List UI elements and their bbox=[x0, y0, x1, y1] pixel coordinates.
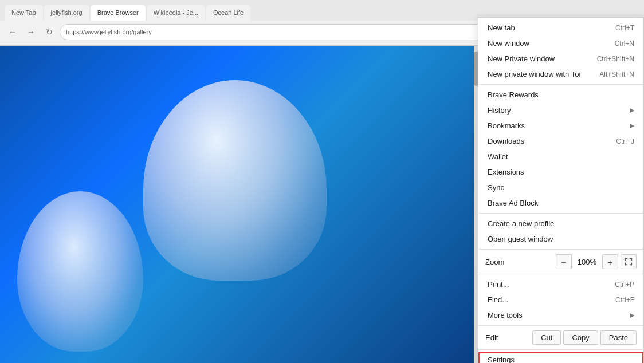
menu-label-extensions: Extensions bbox=[488, 168, 524, 176]
menu-shortcut-new-tab: Ctrl+T bbox=[615, 24, 634, 32]
separator-4 bbox=[478, 274, 643, 274]
menu-label-downloads: Downloads bbox=[488, 137, 524, 145]
zoom-value: 100% bbox=[572, 258, 602, 266]
menu-label-print: Print... bbox=[488, 280, 509, 289]
menu-label-settings: Settings bbox=[488, 356, 515, 363]
address-text: https://www.jellyfish.org/gallery bbox=[66, 29, 152, 35]
jellyfish-background bbox=[0, 46, 478, 363]
menu-shortcut-new-tor: Alt+Shift+N bbox=[599, 70, 634, 78]
menu-item-wallet[interactable]: Wallet bbox=[478, 149, 643, 164]
context-menu: New tab Ctrl+T New window Ctrl+N New Pri… bbox=[478, 17, 644, 363]
menu-item-more-tools[interactable]: More tools ▶ bbox=[478, 307, 643, 323]
tab-2[interactable]: jellyfish.org bbox=[44, 5, 89, 21]
menu-label-new-tor: New private window with Tor bbox=[488, 70, 582, 78]
menu-item-new-tab[interactable]: New tab Ctrl+T bbox=[478, 20, 643, 35]
menu-item-print[interactable]: Print... Ctrl+P bbox=[478, 277, 643, 292]
zoom-row: Zoom − 100% + bbox=[478, 252, 643, 271]
zoom-fullscreen-button[interactable] bbox=[621, 254, 637, 269]
menu-item-settings[interactable]: Settings bbox=[478, 352, 643, 363]
menu-label-new-private: New Private window bbox=[488, 54, 555, 63]
edit-cut-button[interactable]: Cut bbox=[532, 330, 561, 345]
jellyfish-2 bbox=[17, 191, 143, 352]
menu-label-guest-window: Open guest window bbox=[488, 235, 553, 243]
separator-6 bbox=[478, 349, 643, 350]
menu-item-history[interactable]: History ▶ bbox=[478, 102, 643, 118]
menu-label-bookmarks: Bookmarks bbox=[488, 121, 525, 130]
menu-shortcut-new-private: Ctrl+Shift+N bbox=[597, 55, 634, 63]
tab-5[interactable]: Ocean Life bbox=[206, 5, 250, 21]
menu-label-history: History bbox=[488, 106, 511, 115]
menu-item-new-private[interactable]: New Private window Ctrl+Shift+N bbox=[478, 51, 643, 66]
separator-5 bbox=[478, 325, 643, 326]
menu-item-brave-rewards[interactable]: Brave Rewards bbox=[478, 87, 643, 102]
edit-copy-button[interactable]: Copy bbox=[563, 330, 598, 345]
tab-3[interactable]: Brave Browser bbox=[91, 5, 146, 21]
menu-item-new-window[interactable]: New window Ctrl+N bbox=[478, 35, 643, 51]
menu-item-brave-ad-block[interactable]: Brave Ad Block bbox=[478, 195, 643, 211]
menu-shortcut-new-window: Ctrl+N bbox=[615, 40, 634, 48]
bookmarks-arrow-icon: ▶ bbox=[630, 122, 634, 129]
menu-item-create-profile[interactable]: Create a new profile bbox=[478, 216, 643, 231]
history-arrow-icon: ▶ bbox=[630, 106, 634, 114]
menu-label-new-window: New window bbox=[488, 39, 529, 48]
menu-item-sync[interactable]: Sync bbox=[478, 180, 643, 195]
zoom-increase-button[interactable]: + bbox=[602, 254, 618, 269]
more-tools-arrow-icon: ▶ bbox=[630, 311, 634, 319]
separator-3 bbox=[478, 249, 643, 250]
menu-label-brave-ad-block: Brave Ad Block bbox=[488, 199, 538, 207]
menu-shortcut-print: Ctrl+P bbox=[615, 281, 634, 289]
menu-label-wallet: Wallet bbox=[488, 152, 508, 161]
menu-item-downloads[interactable]: Downloads Ctrl+J bbox=[478, 133, 643, 149]
main-content bbox=[0, 46, 478, 363]
menu-label-more-tools: More tools bbox=[488, 311, 523, 319]
separator-1 bbox=[478, 84, 643, 85]
menu-label-find: Find... bbox=[488, 295, 508, 304]
tab-1[interactable]: New Tab bbox=[5, 5, 43, 21]
separator-2 bbox=[478, 213, 643, 214]
menu-item-extensions[interactable]: Extensions bbox=[478, 164, 643, 180]
menu-shortcut-find: Ctrl+F bbox=[615, 296, 634, 304]
address-bar[interactable]: https://www.jellyfish.org/gallery bbox=[60, 24, 503, 40]
reload-button[interactable]: ↻ bbox=[41, 24, 57, 40]
edit-paste-button[interactable]: Paste bbox=[600, 330, 637, 345]
menu-label-brave-rewards: Brave Rewards bbox=[488, 90, 539, 99]
menu-label-new-tab: New tab bbox=[488, 23, 515, 32]
menu-label-sync: Sync bbox=[488, 183, 504, 192]
back-button[interactable]: ← bbox=[5, 24, 21, 40]
forward-button[interactable]: → bbox=[23, 24, 39, 40]
edit-row: Edit Cut Copy Paste bbox=[478, 328, 643, 347]
menu-label-create-profile: Create a new profile bbox=[488, 219, 554, 228]
menu-item-bookmarks[interactable]: Bookmarks ▶ bbox=[478, 118, 643, 133]
menu-item-find[interactable]: Find... Ctrl+F bbox=[478, 292, 643, 307]
menu-item-guest-window[interactable]: Open guest window bbox=[478, 231, 643, 247]
edit-label: Edit bbox=[485, 333, 530, 342]
zoom-decrease-button[interactable]: − bbox=[556, 254, 572, 269]
jellyfish-1 bbox=[143, 80, 327, 281]
menu-shortcut-downloads: Ctrl+J bbox=[616, 137, 634, 145]
tab-4[interactable]: Wikipedia - Je... bbox=[147, 5, 205, 21]
zoom-label: Zoom bbox=[485, 258, 556, 266]
menu-item-new-tor[interactable]: New private window with Tor Alt+Shift+N bbox=[478, 66, 643, 82]
